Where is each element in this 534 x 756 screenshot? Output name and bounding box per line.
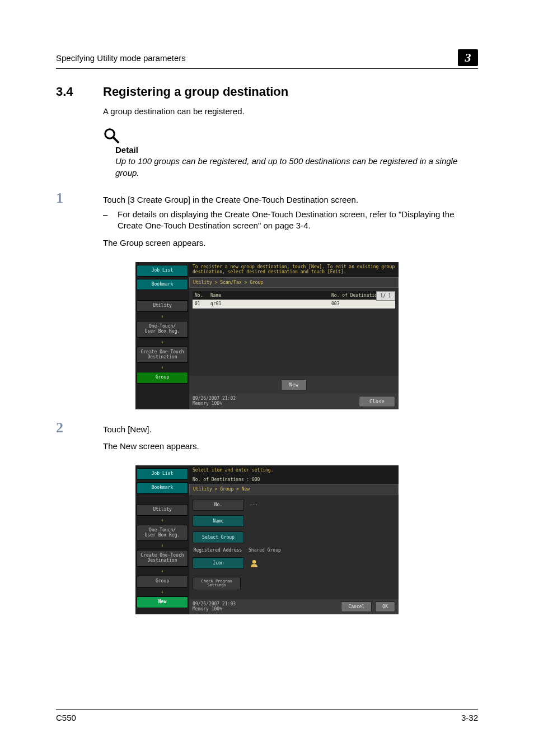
job-list-button[interactable]: Job List: [137, 265, 188, 277]
step-2-text: Touch [New].: [103, 424, 478, 435]
ok-button[interactable]: OK: [375, 601, 395, 612]
step-number-1: 1: [56, 190, 90, 207]
footer-model: C550: [56, 713, 76, 722]
instruction-bar: Select item and enter setting.: [189, 465, 399, 475]
col-no-header: No.: [195, 293, 210, 298]
new-group-screenshot: Job List Bookmark Utility ↓ One-Touch/ U…: [135, 465, 399, 614]
step-1-after: The Group screen appears.: [103, 237, 478, 249]
new-crumb[interactable]: New: [137, 596, 188, 608]
row-dest: 003: [331, 301, 393, 306]
close-button[interactable]: Close: [359, 396, 395, 407]
registered-address-label: Registered Address: [193, 548, 243, 553]
utility-crumb[interactable]: Utility: [137, 300, 188, 312]
group-list-row[interactable]: 01 gr01 003: [193, 300, 395, 309]
list-header: No. Name No. of Destinations: [193, 291, 395, 300]
icon-button[interactable]: Icon: [193, 557, 244, 569]
page-indicator: 1/ 1: [376, 291, 395, 301]
group-list-screenshot: Job List Bookmark Utility ↓ One-Touch/ U…: [135, 262, 399, 409]
create-one-touch-crumb[interactable]: Create One-Touch Destination: [137, 347, 188, 363]
detail-label: Detail: [115, 145, 478, 155]
bookmark-button[interactable]: Bookmark: [137, 279, 188, 291]
one-touch-crumb[interactable]: One-Touch/ User Box Reg.: [137, 321, 188, 338]
col-name-header: Name: [210, 293, 331, 298]
dash-bullet: –: [103, 209, 110, 232]
section-number: 3.4: [56, 85, 90, 99]
name-button[interactable]: Name: [193, 515, 244, 527]
crumb-arrow-icon: ↓: [161, 543, 164, 548]
check-program-settings-button[interactable]: Check Program Settings: [193, 577, 241, 590]
detail-note: Detail Up to 100 groups can be registere…: [103, 127, 478, 179]
user-icon: [250, 559, 259, 568]
one-touch-crumb[interactable]: One-Touch/ User Box Reg.: [137, 525, 188, 542]
crumb-arrow-icon: ↓: [161, 590, 164, 594]
chapter-badge: 3: [458, 49, 478, 66]
bookmark-button[interactable]: Bookmark: [137, 482, 188, 494]
step-2-after: The New screen appears.: [103, 441, 478, 452]
select-group-button[interactable]: Select Group: [193, 531, 244, 543]
row-no: 01: [195, 301, 210, 306]
crumb-arrow-icon: ↓: [161, 518, 164, 522]
crumb-arrow-icon: ↓: [161, 365, 164, 370]
crumb-arrow-icon: ↓: [161, 340, 164, 344]
group-crumb[interactable]: Group: [137, 576, 188, 587]
crumb-arrow-icon: ↓: [161, 569, 164, 573]
row-name: gr01: [210, 301, 331, 306]
job-list-button[interactable]: Job List: [137, 468, 188, 480]
destination-count: No. of Destinations : 000: [189, 475, 399, 484]
crumb-arrow-icon: ↓: [161, 314, 164, 319]
intro-paragraph: A group destination can be registered.: [103, 106, 478, 117]
running-header: Specifying Utility mode parameters: [56, 53, 186, 63]
group-crumb[interactable]: Group: [137, 372, 188, 384]
footer-page-number: 3-32: [461, 713, 478, 722]
registered-address-value: Shared Group: [249, 548, 281, 553]
detail-text: Up to 100 groups can be registered, and …: [115, 156, 478, 179]
new-button[interactable]: New: [281, 379, 307, 390]
svg-line-1: [113, 137, 118, 142]
cancel-button[interactable]: Cancel: [341, 601, 372, 612]
breadcrumb: Utility > Group > New: [189, 484, 399, 494]
create-one-touch-crumb[interactable]: Create One-Touch Destination: [137, 550, 188, 567]
svg-point-2: [252, 560, 256, 564]
footer-memory: Memory 100%: [193, 402, 236, 407]
no-field-value: ---: [250, 502, 257, 507]
section-title: Registering a group destination: [103, 85, 288, 99]
step-1-text: Touch [3 Create Group] in the Create One…: [103, 194, 478, 206]
utility-crumb[interactable]: Utility: [137, 504, 188, 516]
no-field-label: No.: [193, 499, 244, 511]
step-1-subtext: For details on displaying the Create One…: [118, 209, 478, 232]
instruction-bar: To register a new group destination, tou…: [189, 262, 399, 277]
footer-memory: Memory 100%: [193, 607, 236, 612]
breadcrumb: Utility > Scan/Fax > Group: [189, 277, 399, 288]
step-number-2: 2: [56, 419, 90, 436]
magnifier-icon: [103, 127, 120, 144]
